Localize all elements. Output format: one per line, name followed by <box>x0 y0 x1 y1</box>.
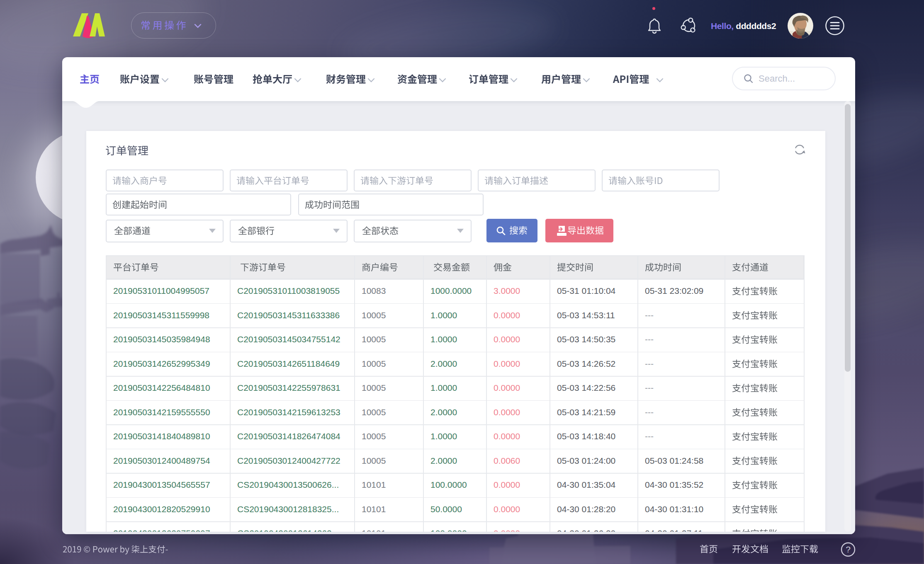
svg-text:?: ? <box>846 545 851 554</box>
